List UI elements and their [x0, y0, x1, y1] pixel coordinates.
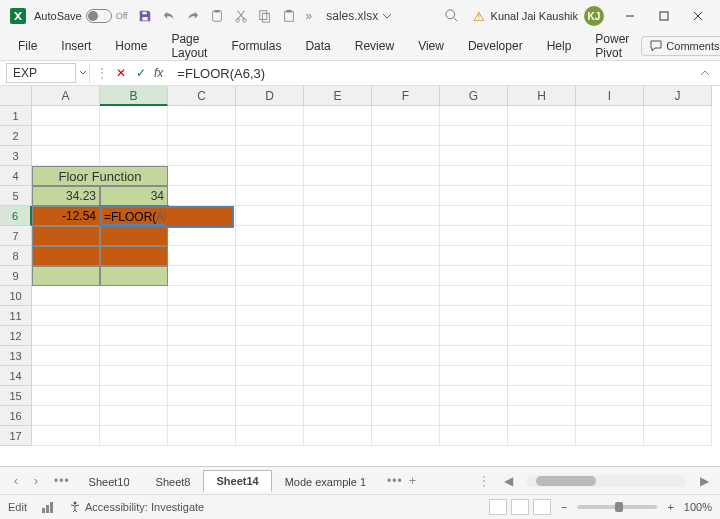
scroll-right-button[interactable]: ▶: [696, 473, 712, 489]
menu-view[interactable]: View: [406, 35, 456, 57]
formula-input[interactable]: [169, 62, 696, 84]
zoom-slider[interactable]: [577, 505, 657, 509]
menu-formulas[interactable]: Formulas: [219, 35, 293, 57]
select-all-button[interactable]: [0, 86, 32, 106]
zoom-level[interactable]: 100%: [684, 501, 712, 513]
cell-a5[interactable]: 34.23: [32, 186, 100, 206]
tab-nav-prev[interactable]: ‹: [8, 473, 24, 489]
tab-overflow-left[interactable]: •••: [54, 474, 70, 488]
save-icon[interactable]: [138, 9, 152, 23]
tab-overflow-right[interactable]: •••: [387, 474, 403, 488]
name-box[interactable]: EXP: [6, 63, 76, 83]
row-header-1[interactable]: 1: [0, 106, 32, 126]
sheet-tab-bar: ‹ › ••• Sheet10Sheet8Sheet14Mode example…: [0, 466, 720, 494]
column-header-d[interactable]: D: [236, 86, 304, 106]
accessibility-status[interactable]: Accessibility: Investigate: [69, 501, 204, 513]
user-account[interactable]: ⚠ Kunal Jai Kaushik KJ: [473, 6, 604, 26]
view-page-layout-button[interactable]: [511, 499, 529, 515]
menu-power-pivot[interactable]: Power Pivot: [583, 28, 641, 64]
row-header-6[interactable]: 6: [0, 206, 32, 226]
autosave-toggle[interactable]: AutoSave Off: [34, 9, 128, 23]
column-header-a[interactable]: A: [32, 86, 100, 106]
row-header-15[interactable]: 15: [0, 386, 32, 406]
column-header-h[interactable]: H: [508, 86, 576, 106]
qat-overflow-icon[interactable]: »: [306, 9, 313, 23]
cut-icon[interactable]: [234, 9, 248, 23]
view-normal-button[interactable]: [489, 499, 507, 515]
toggle-switch-icon[interactable]: [86, 9, 112, 23]
row-header-8[interactable]: 8: [0, 246, 32, 266]
menu-help[interactable]: Help: [535, 35, 584, 57]
row-header-9[interactable]: 9: [0, 266, 32, 286]
fx-label[interactable]: fx: [154, 66, 163, 80]
scroll-left-button[interactable]: ◀: [500, 473, 516, 489]
row-header-7[interactable]: 7: [0, 226, 32, 246]
row-header-4[interactable]: 4: [0, 166, 32, 186]
cancel-formula-button[interactable]: ✕: [114, 66, 128, 80]
menu-review[interactable]: Review: [343, 35, 406, 57]
cell-b7[interactable]: [100, 226, 168, 246]
comments-button[interactable]: Comments: [641, 36, 720, 56]
maximize-button[interactable]: [648, 5, 680, 27]
row-header-5[interactable]: 5: [0, 186, 32, 206]
zoom-in-button[interactable]: +: [667, 501, 673, 513]
row-header-12[interactable]: 12: [0, 326, 32, 346]
comments-label: Comments: [666, 40, 719, 52]
column-header-f[interactable]: F: [372, 86, 440, 106]
sheet-tab-mode-example-1[interactable]: Mode example 1: [272, 471, 379, 492]
cell-a7[interactable]: [32, 226, 100, 246]
column-header-j[interactable]: J: [644, 86, 712, 106]
zoom-slider-thumb[interactable]: [615, 502, 623, 512]
stats-icon[interactable]: [41, 500, 55, 514]
menu-insert[interactable]: Insert: [49, 35, 103, 57]
row-header-16[interactable]: 16: [0, 406, 32, 426]
column-header-b[interactable]: B: [100, 86, 168, 106]
cell-b8[interactable]: [100, 246, 168, 266]
cell-a9[interactable]: [32, 266, 100, 286]
tab-nav-next[interactable]: ›: [28, 473, 44, 489]
undo-icon[interactable]: [162, 9, 176, 23]
spreadsheet-grid[interactable]: ABCDEFGHIJ 1234567891011121314151617 Flo…: [0, 86, 720, 466]
cell-b6-editing[interactable]: =FLOOR(A6,3): [100, 206, 168, 226]
filename-dropdown[interactable]: sales.xlsx: [326, 9, 392, 23]
row-header-13[interactable]: 13: [0, 346, 32, 366]
row-header-11[interactable]: 11: [0, 306, 32, 326]
zoom-out-button[interactable]: −: [561, 501, 567, 513]
row-header-10[interactable]: 10: [0, 286, 32, 306]
view-page-break-button[interactable]: [533, 499, 551, 515]
row-header-14[interactable]: 14: [0, 366, 32, 386]
column-header-e[interactable]: E: [304, 86, 372, 106]
cell-a8[interactable]: [32, 246, 100, 266]
horizontal-scrollbar[interactable]: [526, 475, 686, 487]
clipboard-icon[interactable]: [210, 9, 224, 23]
sheet-tab-sheet10[interactable]: Sheet10: [76, 471, 143, 492]
menu-home[interactable]: Home: [103, 35, 159, 57]
column-header-i[interactable]: I: [576, 86, 644, 106]
search-icon[interactable]: [445, 9, 459, 23]
row-header-3[interactable]: 3: [0, 146, 32, 166]
sheet-tab-sheet8[interactable]: Sheet8: [143, 471, 204, 492]
menu-data[interactable]: Data: [293, 35, 342, 57]
cell-b5[interactable]: 34: [100, 186, 168, 206]
expand-formula-bar-button[interactable]: [696, 68, 714, 78]
merged-header-cell[interactable]: Floor Function: [32, 166, 168, 186]
new-sheet-button[interactable]: +: [405, 473, 421, 489]
menu-file[interactable]: File: [6, 35, 49, 57]
scrollbar-thumb[interactable]: [536, 476, 596, 486]
cell-a6[interactable]: -12.54: [32, 206, 100, 226]
copy-icon[interactable]: [258, 9, 272, 23]
column-header-g[interactable]: G: [440, 86, 508, 106]
enter-formula-button[interactable]: ✓: [134, 66, 148, 80]
sheet-tab-sheet14[interactable]: Sheet14: [203, 470, 271, 492]
row-header-2[interactable]: 2: [0, 126, 32, 146]
cell-b9[interactable]: [100, 266, 168, 286]
name-box-dropdown[interactable]: [76, 63, 90, 83]
column-header-c[interactable]: C: [168, 86, 236, 106]
menu-page-layout[interactable]: Page Layout: [159, 28, 219, 64]
minimize-button[interactable]: [614, 5, 646, 27]
close-button[interactable]: [682, 5, 714, 27]
row-header-17[interactable]: 17: [0, 426, 32, 446]
paste-icon[interactable]: [282, 9, 296, 23]
redo-icon[interactable]: [186, 9, 200, 23]
menu-developer[interactable]: Developer: [456, 35, 535, 57]
